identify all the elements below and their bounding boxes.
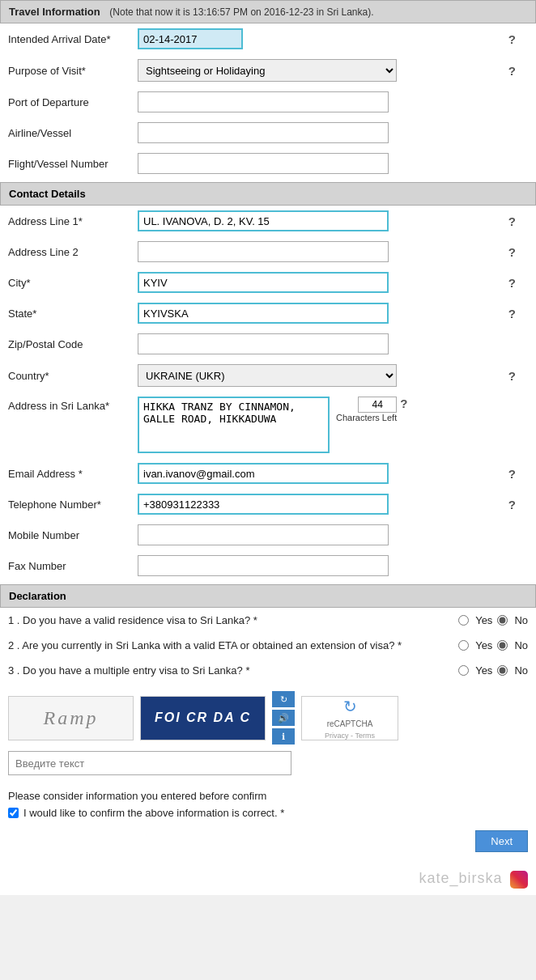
captcha-audio-btn[interactable]: 🔊 — [272, 710, 295, 726]
country-label: Country* — [8, 370, 138, 382]
fax-input[interactable] — [138, 555, 389, 576]
country-select[interactable]: UKRAINE (UKR) UNITED STATES (USA) UNITED… — [138, 364, 397, 387]
flight-number-row: Flight/Vessel Number — [0, 148, 536, 179]
zip-label: Zip/Postal Code — [8, 338, 138, 350]
sri-lanka-address-help-icon[interactable]: ? — [400, 397, 419, 410]
port-departure-input[interactable] — [138, 91, 389, 112]
address-line2-label: Address Line 2 — [8, 246, 138, 258]
sri-lanka-address-row: Address in Sri Lanka* HIKKA TRANZ BY CIN… — [0, 392, 536, 458]
confirm-checkbox-label: I would like to confirm the above inform… — [23, 807, 284, 819]
travel-section-header: Travel Information (Note that now it is … — [0, 0, 536, 23]
address-line2-row: Address Line 2 ? — [0, 236, 536, 267]
next-button[interactable]: Next — [475, 830, 528, 852]
email-row: Email Address * ? — [0, 458, 536, 489]
declaration-q2-row: 2 . Are you currently in Sri Lanka with … — [0, 633, 536, 658]
zip-input[interactable] — [138, 333, 389, 354]
state-label: State* — [8, 308, 138, 320]
captcha-text-input[interactable] — [8, 751, 291, 775]
address-line1-help-icon[interactable]: ? — [508, 214, 528, 228]
declaration-header: Declaration — [0, 584, 536, 608]
declaration-q3-row: 3 . Do you have a multiple entry visa to… — [0, 658, 536, 683]
declaration-q3-no-label: No — [514, 664, 528, 677]
arrival-date-label: Intended Arrival Date* — [8, 33, 138, 45]
recaptcha-label: reCAPTCHA — [327, 719, 373, 728]
declaration-q2-radio-group: Yes No — [457, 639, 528, 651]
state-help-icon[interactable]: ? — [508, 307, 528, 320]
telephone-help-icon[interactable]: ? — [508, 498, 528, 511]
purpose-visit-select[interactable]: Sightseeing or Holidaying Business Trans… — [138, 59, 397, 82]
declaration-q3-yes-label: Yes — [475, 664, 492, 677]
arrival-date-help-icon[interactable]: ? — [508, 32, 528, 46]
travel-header-note: (Note that now it is 13:16:57 PM on 2016… — [109, 6, 373, 18]
email-help-icon[interactable]: ? — [508, 467, 528, 481]
email-label: Email Address * — [8, 468, 138, 480]
fax-label: Fax Number — [8, 560, 138, 572]
port-departure-label: Port of Departure — [8, 96, 138, 108]
captcha-info-btn[interactable]: ℹ — [272, 728, 295, 745]
declaration-q1-no-radio[interactable] — [497, 615, 508, 626]
airline-row: Airline/Vessel — [0, 117, 536, 148]
captcha-refresh-btn[interactable]: ↻ — [272, 691, 295, 707]
address-line2-input[interactable] — [138, 241, 389, 262]
port-departure-row: Port of Departure — [0, 87, 536, 117]
address-line1-input[interactable] — [138, 210, 389, 231]
contact-section-header: Contact Details — [0, 182, 536, 206]
email-input[interactable] — [138, 463, 389, 484]
chars-left-label: Characters Left — [336, 413, 397, 422]
confirm-area: Please consider information you entered … — [0, 783, 536, 825]
recaptcha-logo-icon: ↻ — [343, 697, 357, 716]
declaration-q1-no-label: No — [514, 614, 528, 626]
confirm-checkbox[interactable] — [8, 808, 19, 818]
purpose-visit-help-icon[interactable]: ? — [508, 64, 528, 78]
city-label: City* — [8, 277, 138, 289]
mobile-row: Mobile Number — [0, 520, 536, 550]
sri-lanka-address-input[interactable]: HIKKA TRANZ BY CINNAMON, GALLE ROAD, HIK… — [138, 397, 330, 453]
airline-input[interactable] — [138, 122, 389, 143]
state-row: State* ? — [0, 298, 536, 329]
recaptcha-badge: ↻ reCAPTCHA Privacy - Terms — [301, 696, 398, 740]
declaration-q2-no-label: No — [514, 639, 528, 651]
recaptcha-links: Privacy - Terms — [325, 732, 375, 740]
sri-lanka-address-label: Address in Sri Lanka* — [8, 397, 138, 412]
telephone-input[interactable] — [138, 494, 389, 515]
state-input[interactable] — [138, 303, 389, 324]
captcha-image-1: Ramp — [8, 696, 134, 740]
mobile-label: Mobile Number — [8, 529, 138, 541]
confirm-check-row: I would like to confirm the above inform… — [8, 807, 528, 819]
country-help-icon[interactable]: ? — [508, 369, 528, 383]
declaration-q1-yes-label: Yes — [475, 614, 492, 626]
declaration-q1-row: 1 . Do you have a valid residence visa t… — [0, 608, 536, 633]
arrival-date-input[interactable] — [138, 28, 243, 49]
airline-label: Airline/Vessel — [8, 127, 138, 139]
captcha-text-1: Ramp — [44, 707, 99, 729]
declaration-q2-no-radio[interactable] — [497, 640, 508, 651]
address-line1-label: Address Line 1* — [8, 215, 138, 227]
declaration-q3-no-radio[interactable] — [497, 665, 508, 676]
captcha-text-2: FOI CR DA C — [155, 711, 251, 725]
declaration-q3-text: 3 . Do you have a multiple entry visa to… — [8, 664, 457, 677]
watermark-text: kate_birska — [419, 870, 502, 886]
declaration-q3-radio-group: Yes No — [457, 664, 528, 677]
declaration-q3-yes-radio[interactable] — [458, 665, 469, 676]
purpose-visit-row: Purpose of Visit* Sightseeing or Holiday… — [0, 54, 536, 87]
flight-number-label: Flight/Vessel Number — [8, 158, 138, 170]
city-input[interactable] — [138, 272, 389, 293]
declaration-q2-text: 2 . Are you currently in Sri Lanka with … — [8, 639, 457, 651]
country-row: Country* UKRAINE (UKR) UNITED STATES (US… — [0, 359, 536, 392]
mobile-input[interactable] — [138, 524, 389, 545]
recaptcha-terms: Terms — [355, 732, 375, 740]
declaration-q1-yes-radio[interactable] — [458, 615, 469, 626]
flight-number-input[interactable] — [138, 153, 389, 174]
city-help-icon[interactable]: ? — [508, 276, 528, 290]
declaration-q1-text: 1 . Do you have a valid residence visa t… — [8, 614, 457, 626]
address-line2-help-icon[interactable]: ? — [508, 245, 528, 259]
captcha-area: Ramp FOI CR DA C ↻ 🔊 ℹ ↻ reCAPTCHA Priva… — [0, 683, 536, 783]
sri-lanka-address-right: HIKKA TRANZ BY CINNAMON, GALLE ROAD, HIK… — [138, 397, 397, 453]
next-button-row: Next — [0, 825, 536, 863]
declaration-q2-yes-radio[interactable] — [458, 640, 469, 651]
telephone-row: Telephone Number* ? — [0, 489, 536, 520]
captcha-images: Ramp FOI CR DA C ↻ 🔊 ℹ ↻ reCAPTCHA Priva… — [8, 691, 528, 745]
travel-header-title: Travel Information — [9, 6, 100, 18]
confirm-note: Please consider information you entered … — [8, 790, 528, 802]
arrival-date-row: Intended Arrival Date* ? — [0, 23, 536, 54]
